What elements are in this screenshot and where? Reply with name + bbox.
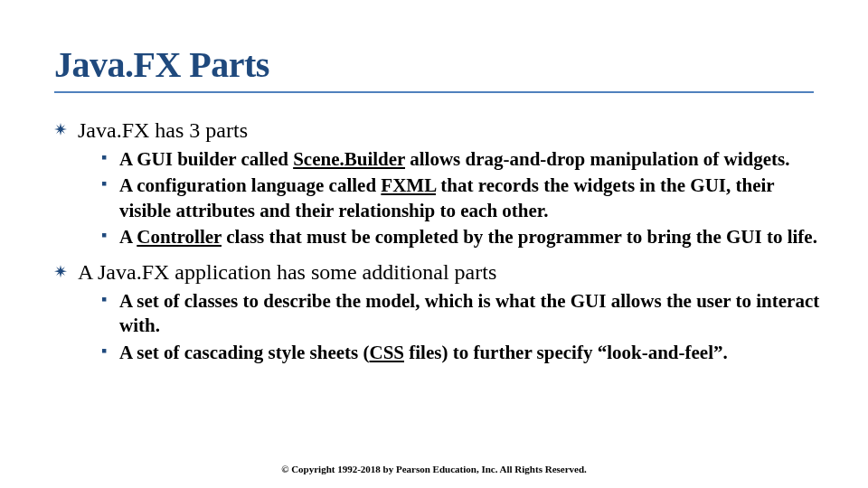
bullet-2-text: A Java.FX application has some additiona… — [78, 260, 496, 284]
bullet-1-sublist: A GUI builder called Scene.Builder allow… — [78, 147, 825, 249]
bullet-1: Java.FX has 3 parts A GUI builder called… — [54, 117, 825, 249]
slide: Java.FX Parts Java.FX has 3 parts A GUI … — [0, 0, 868, 488]
slide-title: Java.FX Parts — [54, 43, 825, 86]
bullet-1-sub-1: A GUI builder called Scene.Builder allow… — [101, 147, 825, 172]
copyright-footer: © Copyright 1992-2018 by Pearson Educati… — [0, 464, 868, 475]
bullet-2: A Java.FX application has some additiona… — [54, 258, 825, 365]
bullet-1-sub-3: A Controller class that must be complete… — [101, 225, 825, 249]
controller-term: Controller — [137, 226, 222, 248]
fxml-term: FXML — [381, 174, 436, 196]
bullet-2-sub-2: A set of cascading style sheets (CSS fil… — [101, 341, 825, 365]
bullet-2-sublist: A set of classes to describe the model, … — [78, 289, 825, 365]
scene-builder-term: Scene.Builder — [293, 148, 405, 170]
bullet-list: Java.FX has 3 parts A GUI builder called… — [54, 117, 825, 365]
bullet-1-text: Java.FX has 3 parts — [78, 118, 248, 142]
title-underline — [54, 91, 814, 93]
bullet-2-sub-1: A set of classes to describe the model, … — [101, 289, 825, 339]
bullet-1-sub-2: A configuration language called FXML tha… — [101, 174, 825, 223]
css-term: CSS — [369, 342, 404, 363]
